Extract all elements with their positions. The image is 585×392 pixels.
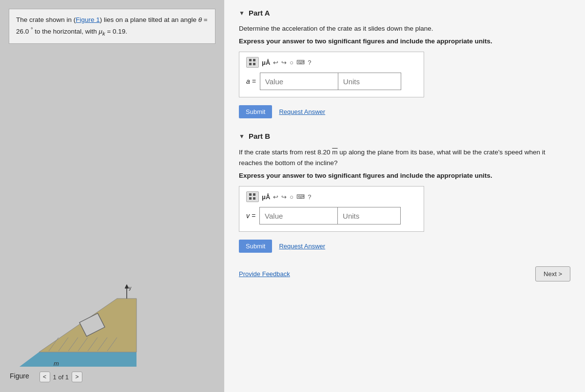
part-a-input-label: a = — [246, 77, 256, 85]
part-b-help-icon[interactable]: ? — [308, 193, 311, 201]
svg-text:m: m — [54, 360, 59, 367]
part-b-bold-instruction: Express your answer to two significant f… — [239, 172, 570, 179]
part-b-reset-icon[interactable]: ○ — [290, 193, 293, 201]
part-a-mu-icon[interactable]: μÅ — [262, 59, 270, 66]
right-panel: ▼ Part A Determine the acceleration of t… — [224, 0, 585, 392]
figure-area: m y Figure < 1 of 1 > — [0, 44, 224, 392]
part-b-instruction: If the crate starts from rest 8.20 m up … — [239, 147, 570, 168]
prev-page-btn[interactable]: < — [39, 372, 50, 382]
part-a-input-row: a = — [246, 73, 417, 90]
svg-text:y: y — [129, 285, 132, 291]
part-b-undo-icon[interactable]: ↩ — [273, 193, 278, 201]
part-a-title: Part A — [249, 9, 270, 17]
part-a-bold-instruction: Express your answer to two significant f… — [239, 37, 570, 45]
page-info: 1 of 1 — [53, 373, 69, 381]
bottom-row: Provide Feedback Next > — [239, 266, 570, 281]
part-a-instruction: Determine the acceleration of the crate … — [239, 24, 570, 34]
incline-figure: m y — [10, 284, 146, 372]
part-b-fraction-btn[interactable] — [246, 191, 259, 202]
part-b-title: Part B — [249, 132, 270, 140]
pagination-row: Figure < 1 of 1 > — [10, 372, 82, 382]
part-a-keyboard-icon[interactable]: ⌨ — [296, 59, 305, 66]
next-btn[interactable]: Next > — [535, 266, 570, 281]
part-b-input-row: v = — [246, 207, 417, 224]
fraction-icon — [249, 59, 256, 66]
part-b-keyboard-icon[interactable]: ⌨ — [296, 193, 305, 200]
part-a-submit-row: Submit Request Answer — [239, 105, 570, 118]
part-a-request-answer-link[interactable]: Request Answer — [279, 108, 325, 115]
fraction-icon-b — [249, 193, 256, 200]
part-a-help-icon[interactable]: ? — [308, 59, 311, 66]
part-b-redo-icon[interactable]: ↪ — [281, 193, 287, 201]
part-b-section: ▼ Part B If the crate starts from rest 8… — [239, 132, 570, 253]
figure-label: Figure — [10, 372, 29, 380]
part-a-reset-icon[interactable]: ○ — [290, 59, 293, 66]
part-b-input-label: v = — [246, 212, 255, 220]
part-a-redo-icon[interactable]: ↪ — [281, 59, 287, 66]
part-a-units-input[interactable] — [338, 73, 401, 90]
svg-marker-0 — [20, 352, 136, 367]
problem-statement: The crate shown in (Figure 1) lies on a … — [9, 9, 215, 44]
problem-text: The crate shown in (Figure 1) lies on a … — [16, 16, 208, 35]
figure-link[interactable]: Figure 1 — [76, 16, 100, 23]
part-b-collapse-arrow[interactable]: ▼ — [239, 133, 245, 140]
part-a-section: ▼ Part A Determine the acceleration of t… — [239, 9, 570, 118]
part-b-toolbar: μÅ ↩ ↪ ○ ⌨ ? — [246, 191, 417, 202]
part-a-value-input[interactable] — [260, 73, 338, 90]
part-b-value-input[interactable] — [259, 207, 337, 224]
part-a-header: ▼ Part A — [239, 9, 570, 17]
next-page-btn[interactable]: > — [72, 372, 82, 382]
part-b-answer-box: μÅ ↩ ↪ ○ ⌨ ? v = — [239, 186, 424, 232]
part-a-answer-box: μÅ ↩ ↪ ○ ⌨ ? a = — [239, 52, 424, 97]
provide-feedback-link[interactable]: Provide Feedback — [239, 270, 290, 278]
part-a-fraction-btn[interactable] — [246, 57, 259, 68]
part-b-submit-row: Submit Request Answer — [239, 240, 570, 253]
part-a-undo-icon[interactable]: ↩ — [273, 59, 278, 66]
left-panel: The crate shown in (Figure 1) lies on a … — [0, 0, 224, 392]
part-b-header: ▼ Part B — [239, 132, 570, 140]
part-a-submit-btn[interactable]: Submit — [239, 105, 272, 118]
part-a-collapse-arrow[interactable]: ▼ — [239, 10, 245, 17]
part-b-request-answer-link[interactable]: Request Answer — [279, 243, 325, 250]
part-b-submit-btn[interactable]: Submit — [239, 240, 272, 253]
part-a-toolbar: μÅ ↩ ↪ ○ ⌨ ? — [246, 57, 417, 68]
part-b-mu-icon[interactable]: μÅ — [262, 193, 270, 201]
part-b-units-input[interactable] — [337, 207, 401, 224]
